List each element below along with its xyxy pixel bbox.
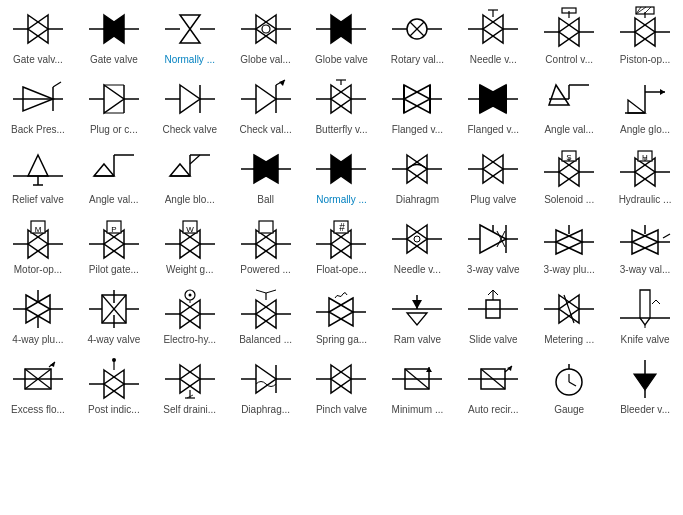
cell-check-valve-1: Check valve [152, 70, 228, 140]
symbol-relief-valve [8, 146, 68, 191]
label-back-pressure: Back Pres... [11, 124, 65, 136]
svg-line-50 [53, 82, 61, 87]
svg-marker-282 [634, 374, 656, 390]
svg-marker-2 [28, 15, 48, 43]
symbol-excess-flow [8, 356, 68, 401]
svg-line-227 [488, 290, 493, 295]
cell-excess-flow: Excess flo... [0, 350, 76, 420]
svg-marker-93 [660, 89, 665, 95]
symbol-metering-valve [539, 286, 599, 331]
cell-pilot-gate: P Pilot gate... [76, 210, 152, 280]
svg-line-237 [652, 300, 656, 304]
svg-marker-91 [628, 100, 645, 113]
svg-marker-10 [180, 15, 200, 43]
svg-point-170 [414, 236, 420, 242]
svg-marker-53 [104, 85, 124, 113]
symbol-powered [236, 216, 296, 261]
symbol-check-valve-2 [236, 76, 296, 121]
svg-point-15 [262, 25, 270, 33]
svg-line-44 [636, 7, 641, 14]
symbol-slide-valve [463, 286, 523, 331]
symbol-balanced [236, 286, 296, 331]
cell-check-valve-2: Check val... [228, 70, 304, 140]
svg-point-208 [188, 293, 191, 296]
symbol-butterfly-valve [311, 76, 371, 121]
svg-marker-163 [331, 230, 351, 258]
svg-marker-253 [180, 365, 200, 393]
cell-plug-or-c: Plug or c... [76, 70, 152, 140]
symbol-ball-valve [236, 146, 296, 191]
svg-marker-34 [559, 18, 579, 46]
cell-control-valve: Control v... [531, 0, 607, 70]
label-check-valve-2: Check val... [239, 124, 291, 136]
cell-ball-valve: Ball [228, 140, 304, 210]
svg-marker-254 [180, 365, 200, 393]
cell-motor-op: M Motor-op... [0, 210, 76, 280]
symbol-float-ope: # [311, 216, 371, 261]
svg-marker-139 [28, 230, 48, 258]
label-globe-valve-1: Globe val... [240, 54, 291, 66]
symbol-bleeder-valve [615, 356, 675, 401]
label-piston-op: Piston-op... [620, 54, 671, 66]
svg-marker-95 [28, 155, 48, 176]
symbol-3way-valve [463, 216, 523, 261]
svg-marker-41 [635, 18, 655, 46]
svg-marker-219 [329, 298, 353, 326]
symbol-ram-valve [387, 286, 447, 331]
symbol-auto-recir [463, 356, 523, 401]
label-3way-valve: 3-way valve [467, 264, 520, 276]
cell-electro-hy: Electro-hy... [152, 280, 228, 350]
symbol-knife-valve [615, 286, 675, 331]
symbol-plug-valve [463, 146, 523, 191]
symbol-3way-val [615, 216, 675, 261]
symbol-electro-hy [160, 286, 220, 331]
symbol-minimum-valve [387, 356, 447, 401]
label-butterfly-valve: Butterfly v... [315, 124, 367, 136]
cell-knife-valve: Knife valve [607, 280, 683, 350]
cell-3way-plug: 3-way plu... [531, 210, 607, 280]
svg-line-228 [493, 290, 498, 295]
svg-marker-204 [180, 300, 200, 328]
symbol-check-valve-1 [160, 76, 220, 121]
cell-relief-valve: Relief valve [0, 140, 76, 210]
symbol-angle-blow [160, 146, 220, 191]
label-minimum-valve: Minimum ... [392, 404, 444, 416]
symbol-gate-valve-2 [84, 6, 144, 51]
cell-bleeder-valve: Bleeder v... [607, 350, 683, 420]
svg-marker-205 [180, 300, 200, 328]
label-spring-gate: Spring ga... [316, 334, 367, 346]
svg-marker-265 [331, 365, 351, 393]
label-excess-flow: Excess flo... [11, 404, 65, 416]
svg-marker-70 [331, 85, 351, 113]
svg-line-188 [663, 234, 670, 238]
cell-piston-op: Piston-op... [607, 0, 683, 70]
svg-marker-125 [559, 158, 579, 186]
symbol-post-indicator [84, 356, 144, 401]
symbol-weight-gate: W [160, 216, 220, 261]
symbol-4way-plug [8, 286, 68, 331]
symbol-globe-valve-1 [236, 6, 296, 51]
cell-angle-blow: Angle blo... [152, 140, 228, 210]
cell-gauge: Gauge [531, 350, 607, 420]
cell-needle-valve-1: Needle v... [455, 0, 531, 70]
svg-text:W: W [186, 225, 194, 234]
label-ball-valve: Ball [257, 194, 274, 206]
label-pilot-gate: Pilot gate... [89, 264, 139, 276]
svg-marker-40 [635, 18, 655, 46]
svg-marker-13 [256, 15, 276, 43]
svg-marker-117 [407, 155, 427, 183]
label-ram-valve: Ram valve [394, 334, 441, 346]
label-float-ope: Float-ope... [316, 264, 367, 276]
symbol-diaphragm-valve-1 [387, 146, 447, 191]
svg-marker-59 [180, 85, 200, 113]
cell-globe-valve-2: Globe valve [304, 0, 380, 70]
cell-angle-valve-1: Angle val... [531, 70, 607, 140]
label-hydraulic-valve: Hydraulic ... [619, 194, 672, 206]
svg-marker-260 [256, 365, 276, 393]
cell-auto-recir: Auto recir... [455, 350, 531, 420]
label-control-valve: Control v... [545, 54, 593, 66]
symbol-piston-op [615, 6, 675, 51]
svg-marker-248 [104, 370, 124, 398]
symbol-globe-valve-2 [311, 6, 371, 51]
label-pinch-valve: Pinch valve [316, 404, 367, 416]
